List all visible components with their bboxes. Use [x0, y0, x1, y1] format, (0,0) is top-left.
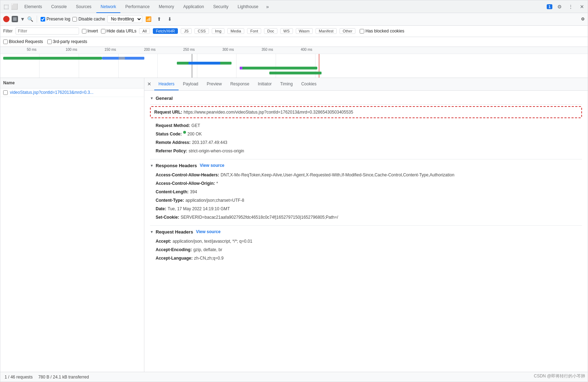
separator-1 [37, 16, 37, 23]
response-header-row: Access-Control-Allow-Origin:* [156, 180, 582, 187]
tick-200ms: 200 ms [144, 48, 156, 51]
disable-cache-check[interactable]: Disable cache [72, 17, 105, 22]
download-icon[interactable]: ⬇ [166, 15, 174, 23]
search-icon[interactable]: 🔍 [27, 16, 33, 22]
right-panel-tabs: ✕ Headers Payload Preview Response Initi… [144, 78, 588, 91]
tick-300ms: 300 ms [222, 48, 234, 51]
filter-input[interactable] [16, 28, 79, 35]
filter-other[interactable]: Other [340, 28, 356, 34]
filter-img[interactable]: Img [212, 28, 224, 34]
close-devtools-icon[interactable]: ✕ [578, 2, 586, 11]
main-content: Name videoStatus.jsp?contId=1762013&mrd=… [0, 78, 588, 372]
blocked-toolbar: Blocked Requests 3rd-party requests [0, 37, 588, 47]
inspect-icon[interactable]: ⬜ [10, 2, 19, 11]
request-method-row: Request Method: GET [156, 122, 582, 129]
close-panel-button[interactable]: ✕ [147, 81, 151, 87]
preserve-log-check[interactable]: Preserve log [41, 17, 70, 22]
right-panel: ✕ Headers Payload Preview Response Initi… [144, 78, 588, 372]
timeline-area: 50 ms 100 ms 150 ms 200 ms 250 ms 300 ms… [0, 47, 588, 78]
watermark: CSDN @即将转行的小芩肺 [534, 373, 585, 379]
tab-network[interactable]: Network [96, 0, 120, 13]
hide-data-urls-checkbox[interactable] [101, 29, 106, 34]
request-headers-view-source[interactable]: View source [196, 229, 221, 234]
response-headers-section-header[interactable]: ▼ Response Headers View source [150, 161, 582, 170]
response-header-row: Date:Tue, 17 May 2022 14:19:10 GMT [156, 206, 582, 212]
filter-label: Filter [3, 29, 13, 34]
wifi-icon[interactable]: 📶 [144, 15, 153, 23]
tab-timing[interactable]: Timing [276, 78, 297, 91]
tab-performance[interactable]: Performance [121, 0, 154, 13]
tab-sources[interactable]: Sources [72, 0, 96, 13]
request-item-checkbox[interactable] [3, 90, 8, 95]
invert-check[interactable]: Invert [82, 29, 98, 34]
tab-response[interactable]: Response [226, 78, 253, 91]
request-headers-content: Accept:application/json, text/javascript… [150, 237, 582, 265]
tab-memory[interactable]: Memory [155, 0, 178, 13]
tick-250ms: 250 ms [183, 48, 195, 51]
tab-payload[interactable]: Payload [179, 78, 202, 91]
throttle-select[interactable]: No throttling [107, 15, 142, 23]
filter-js[interactable]: JS [181, 28, 192, 34]
tick-50ms: 50 ms [27, 48, 36, 51]
filter-media[interactable]: Media [227, 28, 244, 34]
has-blocked-cookies-checkbox[interactable] [360, 29, 364, 34]
filter-toolbar: Filter Invert Hide data URLs All Fetch/X… [0, 26, 588, 37]
network-toolbar: ▼ 🔍 Preserve log Disable cache No thrott… [0, 13, 588, 26]
timeline-bars [0, 54, 588, 78]
record-button[interactable] [3, 16, 10, 22]
blocked-requests-check[interactable]: Blocked Requests [3, 39, 43, 44]
has-blocked-cookies-check[interactable]: Has blocked cookies [360, 29, 404, 34]
blocked-requests-checkbox[interactable] [3, 40, 8, 44]
disable-cache-checkbox[interactable] [72, 17, 77, 22]
third-party-check[interactable]: 3rd-party requests [47, 39, 87, 44]
invert-checkbox[interactable] [82, 29, 86, 34]
filter-manifest[interactable]: Manifest [316, 28, 337, 34]
timeline-ruler: 50 ms 100 ms 150 ms 200 ms 250 ms 300 ms… [0, 47, 588, 54]
filter-css[interactable]: CSS [194, 28, 209, 34]
cursor-icon[interactable]: ⬚ [2, 2, 10, 11]
tab-headers[interactable]: Headers [154, 78, 179, 91]
status-code-row: Status Code: 200 OK [156, 131, 582, 137]
tick-350ms: 350 ms [262, 48, 273, 51]
response-headers-view-source[interactable]: View source [200, 163, 224, 168]
response-header-row: Content-Length:394 [156, 189, 582, 195]
request-headers-arrow-icon: ▼ [150, 230, 154, 234]
tab-lighthouse[interactable]: Lighthouse [233, 0, 263, 13]
network-settings-icon[interactable]: ⚙ [581, 17, 585, 22]
tab-initiator[interactable]: Initiator [253, 78, 276, 91]
tab-preview[interactable]: Preview [203, 78, 226, 91]
response-header-row: Access-Control-Allow-Headers:DNT,X-Mx-Re… [156, 172, 582, 178]
general-section-header[interactable]: ▼ General [150, 93, 582, 103]
hide-data-urls-check[interactable]: Hide data URLs [101, 29, 137, 34]
tab-console[interactable]: Console [47, 0, 71, 13]
filter-fetch-xhr[interactable]: Fetch/XHR [153, 28, 178, 34]
tab-application[interactable]: Application [179, 0, 208, 13]
left-panel-header: Name [0, 78, 144, 89]
filter-doc[interactable]: Doc [264, 28, 277, 34]
filter-icon[interactable]: ▼ [20, 16, 25, 22]
more-options-icon[interactable]: ⋮ [566, 2, 575, 11]
url-highlight-box: Request URL: https://www.pearvideo.com/v… [150, 106, 582, 118]
general-arrow-icon: ▼ [150, 96, 154, 100]
upload-icon[interactable]: ⬆ [155, 15, 163, 23]
requests-count: 1 / 46 requests [5, 375, 32, 380]
tab-elements[interactable]: Elements [20, 0, 46, 13]
settings-icon[interactable]: ⚙ [555, 2, 564, 11]
filter-wasm[interactable]: Wasm [296, 28, 313, 34]
more-tabs-icon[interactable]: » [263, 2, 272, 11]
tab-cookies[interactable]: Cookies [297, 78, 320, 91]
request-headers-section-header[interactable]: ▼ Request Headers View source [150, 227, 582, 237]
tab-security[interactable]: Security [209, 0, 233, 13]
third-party-checkbox[interactable] [47, 40, 52, 44]
message-badge[interactable]: 1 [547, 4, 552, 9]
request-header-row: Accept:application/json, text/javascript… [156, 238, 582, 244]
filter-font[interactable]: Font [247, 28, 261, 34]
filter-ws[interactable]: WS [280, 28, 293, 34]
stop-button[interactable] [12, 16, 18, 22]
request-header-row: Accept-Encoding:gzip, deflate, br [156, 247, 582, 253]
preserve-log-checkbox[interactable] [41, 17, 45, 22]
filter-all[interactable]: All [139, 28, 150, 34]
request-item[interactable]: videoStatus.jsp?contId=1762013&mrd=0.3..… [0, 89, 144, 97]
remote-address-row: Remote Address: 203.107.47.49:443 [156, 139, 582, 146]
transferred-size: 780 B / 24.1 kB transferred [38, 375, 89, 380]
